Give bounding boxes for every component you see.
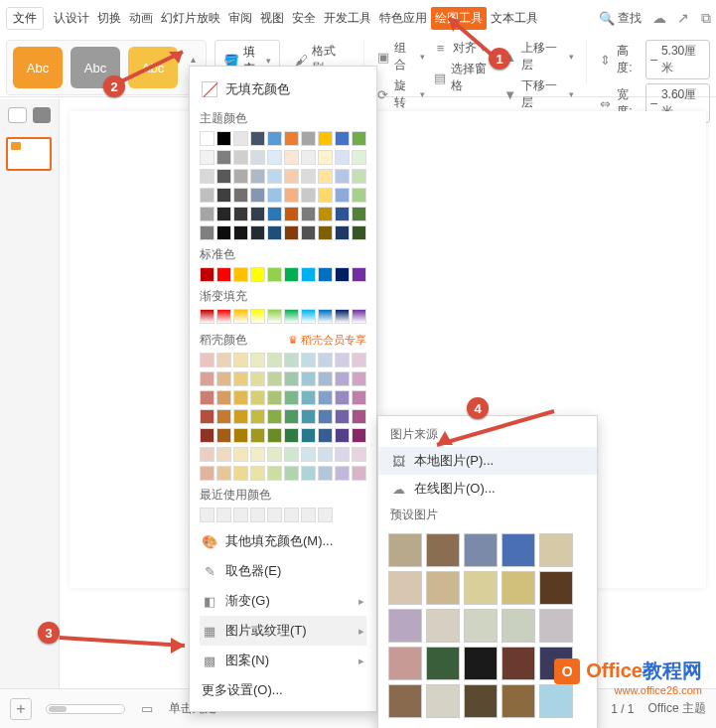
gradient-swatch[interactable] (284, 309, 299, 324)
color-swatch[interactable] (216, 390, 231, 405)
gradient-swatch[interactable] (233, 309, 248, 324)
color-swatch[interactable] (267, 371, 282, 386)
color-swatch[interactable] (233, 131, 248, 146)
cloud-icon[interactable]: ☁ (649, 10, 669, 26)
recent-swatch[interactable] (318, 508, 333, 522)
texture-swatch[interactable] (464, 684, 498, 718)
color-swatch[interactable] (335, 353, 350, 367)
texture-swatch[interactable] (501, 647, 535, 680)
texture-swatch[interactable] (388, 571, 422, 605)
color-swatch[interactable] (267, 188, 282, 203)
outline-view-button[interactable] (8, 107, 27, 123)
color-swatch[interactable] (335, 390, 350, 405)
color-swatch[interactable] (301, 131, 316, 146)
pattern-item[interactable]: ▩图案(N)▸ (200, 646, 366, 675)
color-swatch[interactable] (318, 169, 333, 184)
bring-forward-button[interactable]: ▲上移一层▾ (502, 40, 573, 73)
add-slide-button[interactable]: + (10, 698, 32, 720)
picture-texture-item[interactable]: ▦图片或纹理(T)▸ (200, 616, 366, 646)
gradient-swatch[interactable] (335, 309, 350, 324)
window-icon[interactable]: ⧉ (696, 10, 716, 27)
color-swatch[interactable] (233, 409, 248, 424)
color-swatch[interactable] (318, 131, 333, 146)
color-swatch[interactable] (335, 131, 350, 146)
color-swatch[interactable] (200, 188, 215, 203)
color-swatch[interactable] (335, 409, 350, 424)
color-swatch[interactable] (301, 371, 316, 386)
color-swatch[interactable] (318, 466, 333, 481)
color-swatch[interactable] (200, 428, 215, 443)
color-swatch[interactable] (233, 371, 248, 386)
color-swatch[interactable] (318, 188, 333, 203)
color-swatch[interactable] (216, 225, 231, 240)
color-swatch[interactable] (200, 466, 215, 481)
color-swatch[interactable] (335, 225, 350, 240)
color-swatch[interactable] (318, 428, 333, 443)
color-swatch[interactable] (233, 225, 248, 240)
color-swatch[interactable] (301, 353, 316, 367)
color-swatch[interactable] (335, 428, 350, 443)
thumbnail-view-button[interactable] (33, 107, 52, 123)
color-swatch[interactable] (352, 207, 366, 221)
no-fill-item[interactable]: 无填充颜色 (200, 74, 366, 104)
texture-swatch[interactable] (388, 609, 422, 643)
color-swatch[interactable] (284, 371, 299, 386)
color-swatch[interactable] (250, 150, 265, 165)
texture-swatch[interactable] (388, 684, 422, 718)
color-swatch[interactable] (216, 353, 231, 367)
texture-swatch[interactable] (501, 571, 535, 605)
color-swatch[interactable] (216, 428, 231, 443)
color-swatch[interactable] (284, 428, 299, 443)
tab-view[interactable]: 视图 (256, 7, 288, 30)
color-swatch[interactable] (352, 225, 366, 240)
shape-style-1[interactable]: Abc (13, 47, 63, 88)
color-swatch[interactable] (301, 267, 316, 282)
color-swatch[interactable] (301, 188, 316, 203)
color-swatch[interactable] (216, 466, 231, 481)
tab-transition[interactable]: 切换 (93, 7, 125, 30)
more-colors-item[interactable]: 🎨其他填充颜色(M)... (200, 526, 366, 556)
color-swatch[interactable] (216, 169, 231, 184)
online-picture-item[interactable]: ☁在线图片(O)... (378, 475, 597, 503)
color-swatch[interactable] (233, 353, 248, 367)
texture-swatch[interactable] (539, 533, 573, 567)
slide-thumbnail-1[interactable] (6, 137, 52, 171)
color-swatch[interactable] (267, 466, 282, 481)
color-swatch[interactable] (267, 169, 282, 184)
color-swatch[interactable] (284, 447, 299, 462)
color-swatch[interactable] (284, 267, 299, 282)
recent-swatch[interactable] (250, 508, 265, 522)
color-swatch[interactable] (250, 267, 265, 282)
color-swatch[interactable] (233, 390, 248, 405)
color-swatch[interactable] (335, 207, 350, 221)
color-swatch[interactable] (335, 466, 350, 481)
tab-design[interactable]: 认设计 (50, 7, 93, 30)
color-swatch[interactable] (352, 428, 366, 443)
color-swatch[interactable] (267, 353, 282, 367)
color-swatch[interactable] (284, 390, 299, 405)
texture-swatch[interactable] (464, 571, 498, 605)
rotate-button[interactable]: ⟳旋转▾ (375, 77, 424, 111)
color-swatch[interactable] (233, 447, 248, 462)
notes-icon[interactable]: ▭ (139, 701, 155, 717)
color-swatch[interactable] (250, 371, 265, 386)
color-swatch[interactable] (216, 207, 231, 221)
color-swatch[interactable] (216, 409, 231, 424)
texture-swatch[interactable] (464, 647, 498, 680)
color-swatch[interactable] (301, 409, 316, 424)
texture-swatch[interactable] (501, 533, 535, 567)
color-swatch[interactable] (352, 353, 366, 367)
doke-vip-label[interactable]: ♛ 稻壳会员专享 (288, 333, 366, 348)
color-swatch[interactable] (200, 353, 215, 367)
color-swatch[interactable] (318, 353, 333, 367)
horizontal-scrollbar[interactable] (46, 704, 125, 714)
texture-swatch[interactable] (426, 571, 460, 605)
color-swatch[interactable] (200, 225, 215, 240)
texture-swatch[interactable] (501, 609, 535, 643)
tab-devtools[interactable]: 开发工具 (320, 7, 375, 30)
texture-swatch[interactable] (464, 533, 498, 567)
color-swatch[interactable] (216, 188, 231, 203)
gradient-swatch[interactable] (216, 309, 231, 324)
color-swatch[interactable] (233, 207, 248, 221)
color-swatch[interactable] (284, 353, 299, 367)
